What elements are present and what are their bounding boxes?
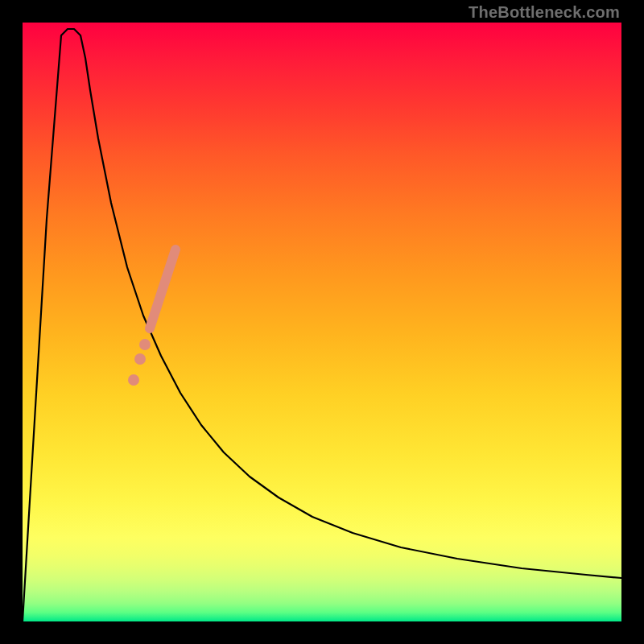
highlight-dot-2	[134, 353, 146, 365]
plot-area	[23, 23, 621, 621]
watermark-text: TheBottleneck.com	[469, 3, 620, 22]
highlight-dot-1	[139, 339, 151, 350]
markers-group	[128, 250, 175, 386]
bottleneck-curve	[23, 29, 621, 621]
curve-layer	[23, 23, 621, 621]
highlight-dot-3	[128, 374, 139, 386]
chart-frame: TheBottleneck.com	[0, 0, 644, 644]
highlight-segment-top	[150, 250, 175, 328]
